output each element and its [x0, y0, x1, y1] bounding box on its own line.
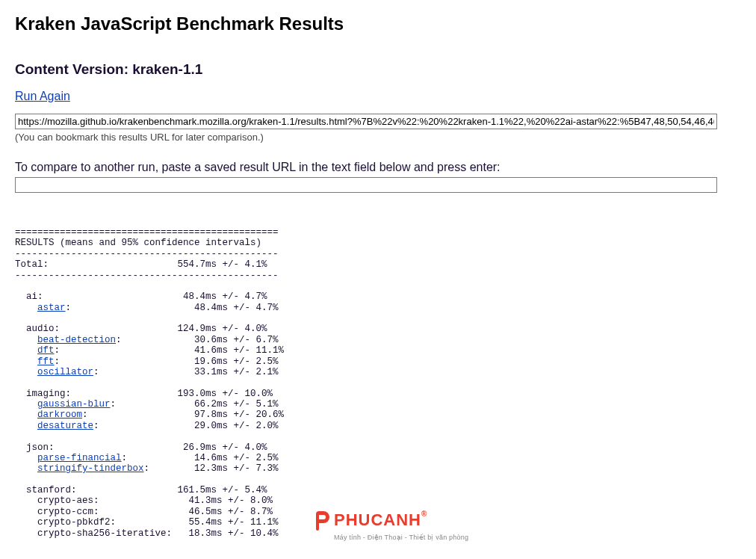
results-stan-pbk: crypto-pbkdf2: 55.4ms +/- 11.1%: [15, 517, 279, 528]
link-parse-financial[interactable]: parse-financial: [37, 453, 122, 463]
link-fft[interactable]: fft: [37, 356, 55, 367]
content-version-heading: Content Version: kraken-1.1: [15, 61, 741, 78]
results-img-dr: : 97.8ms +/- 20.6%: [82, 410, 284, 420]
result-url-row: (You can bookmark this results URL for l…: [15, 114, 741, 143]
results-sep: ----------------------------------------…: [15, 271, 279, 281]
results-stanford: stanford: 161.5ms +/- 5.4%: [15, 485, 267, 495]
link-gaussian-blur[interactable]: gaussian-blur: [37, 399, 111, 410]
page-title: Kraken JavaScript Benchmark Results: [15, 13, 741, 34]
run-again-link[interactable]: Run Again: [15, 90, 70, 102]
link-astar[interactable]: astar: [37, 303, 66, 313]
results-audio-dft: : 41.6ms +/- 11.1%: [55, 345, 285, 356]
results-img-ds: : 29.0ms +/- 2.0%: [93, 421, 279, 431]
results-json-pf: : 14.6ms +/- 2.5%: [122, 453, 279, 463]
results-block: ========================================…: [15, 227, 741, 539]
results-header: RESULTS (means and 95% confidence interv…: [15, 238, 261, 248]
results-audio: audio: 124.9ms +/- 4.0%: [15, 324, 267, 334]
link-dft[interactable]: dft: [37, 345, 55, 356]
results-json-st: : 12.3ms +/- 7.3%: [144, 463, 279, 474]
link-darkroom[interactable]: darkroom: [37, 410, 82, 420]
link-stringify-tinderbox[interactable]: stringify-tinderbox: [37, 463, 144, 474]
results-sep-eq: ========================================…: [15, 227, 279, 238]
link-oscillator[interactable]: oscillator: [37, 367, 93, 377]
page: Kraken JavaScript Benchmark Results Cont…: [0, 0, 756, 554]
results-audio-fft: : 19.6ms +/- 2.5%: [55, 356, 279, 367]
link-beat-detection[interactable]: beat-detection: [37, 335, 116, 345]
results-sep-dash: ----------------------------------------…: [15, 249, 279, 259]
results-ai-astar: : 48.4ms +/- 4.7%: [66, 303, 279, 313]
link-desaturate[interactable]: desaturate: [37, 421, 93, 431]
results-stan-ccm: crypto-ccm: 46.5ms +/- 8.7%: [15, 507, 273, 517]
results-total: Total: 554.7ms +/- 4.1%: [15, 259, 267, 270]
results-imaging: imaging: 193.0ms +/- 10.0%: [15, 389, 273, 399]
results-img-gb: : 66.2ms +/- 5.1%: [111, 399, 279, 410]
results-audio-osc: : 33.1ms +/- 2.1%: [93, 367, 279, 377]
results-stan-sha: crypto-sha256-iterative: 18.3ms +/- 10.4…: [15, 528, 279, 539]
compare-url-row: [15, 177, 741, 193]
bookmark-hint: (You can bookmark this results URL for l…: [15, 132, 741, 143]
results-ai: ai: 48.4ms +/- 4.7%: [15, 291, 267, 302]
run-again-row: Run Again: [15, 90, 741, 103]
results-json: json: 26.9ms +/- 4.0%: [15, 442, 267, 453]
result-url-input[interactable]: [15, 114, 717, 129]
results-stan-aes: crypto-aes: 41.3ms +/- 8.0%: [15, 495, 273, 506]
results-audio-bd: : 30.6ms +/- 6.7%: [116, 335, 279, 345]
compare-url-input[interactable]: [15, 177, 717, 193]
compare-label: To compare to another run, paste a saved…: [15, 161, 741, 174]
